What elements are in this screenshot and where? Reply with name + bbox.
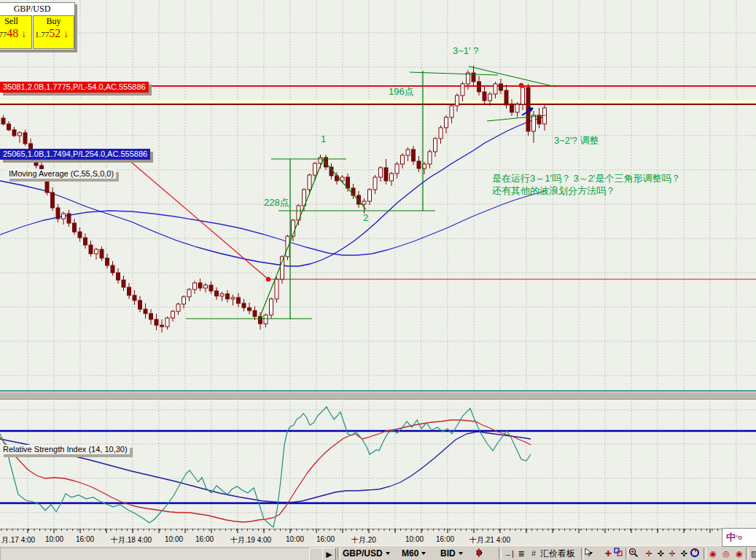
- annotation-196-points: 196点: [389, 85, 414, 98]
- zoom-in-button[interactable]: [628, 548, 640, 559]
- buy-price: 52: [49, 27, 61, 39]
- crosshair-c-icon[interactable]: ✛: [666, 548, 678, 559]
- sell-price-prefix: 1.77: [0, 30, 7, 39]
- chevron-down-icon: [386, 552, 390, 555]
- period-dot-3-icon[interactable]: ◉: [733, 548, 745, 559]
- annotation-question-2: 还有其他的波浪划分方法吗？: [492, 184, 615, 198]
- sell-price: 48: [7, 27, 18, 39]
- chart-style-dropdown[interactable]: [475, 548, 483, 559]
- ma-indicator-label[interactable]: IMoving Average (C,55,S,0,0): [7, 169, 116, 179]
- buy-price-prefix: 1.77: [35, 30, 49, 39]
- rsi-signal-line: [0, 420, 531, 522]
- bottom-toolbar: ▶ GBP/USD M60 BID →|≣# 汇价看板 ✚ ✛✜✛✜ ◉◎◉: [0, 545, 756, 560]
- bar-style-icon[interactable]: ≣: [515, 548, 527, 559]
- ma-fast-line: [0, 116, 547, 266]
- rsi-main-line: [0, 407, 531, 527]
- price-band: [0, 100, 756, 104]
- annotation-wave-correction: 3~2'? 调整: [554, 134, 599, 147]
- period-dot-2-icon[interactable]: ◎: [720, 548, 732, 559]
- buy-button[interactable]: Buy 1.7752 ↓: [33, 15, 74, 49]
- crosshair-pin-button[interactable]: ✚: [602, 548, 614, 559]
- price-mode-dropdown[interactable]: BID: [440, 548, 463, 559]
- circular-arrow-icon: [690, 548, 700, 558]
- sell-label: Sell: [0, 16, 31, 27]
- step-to-end-icon[interactable]: →|: [503, 548, 515, 559]
- floating-mini-panel[interactable]: 中°o: [722, 528, 756, 547]
- symbol-dropdown[interactable]: GBP/USD: [343, 548, 390, 559]
- mini-panel-glyph: 中: [726, 531, 736, 544]
- annotation-228-points: 228点: [264, 196, 289, 209]
- mini-panel-sup: °o: [736, 534, 742, 541]
- buy-arrow-down-icon: ↓: [63, 28, 69, 39]
- order-marker-dot: [519, 83, 523, 88]
- annotation-wave-2: 2: [363, 212, 368, 223]
- annotation-question-1: 是在运行3～1'吗？ 3～2'是个三角形调整吗？: [492, 172, 681, 185]
- chevron-down-icon: [421, 552, 426, 555]
- sell-arrow-down-icon: ↓: [21, 28, 26, 39]
- candle-icon: [475, 548, 483, 558]
- period-dropdown[interactable]: M60: [402, 548, 426, 559]
- quote-panel: GBP/USD Sell 1.7748 ↓ Buy 1.7752 ↓: [0, 2, 75, 50]
- chart-window: 月.17 4:0010:0016:00十月.18 4:0010:0016:00十…: [0, 0, 756, 560]
- scroll-right-button[interactable]: ▶: [322, 548, 336, 560]
- quote-symbol: GBP/USD: [0, 3, 74, 15]
- green-annotation-line: [323, 160, 366, 209]
- crosshair-a-icon[interactable]: ✛: [643, 548, 655, 559]
- windows-icon: [614, 548, 623, 556]
- buy-order-label[interactable]: 25065,1.0B,1.7494,P/L254.0,AC.555886: [0, 149, 150, 160]
- red-trend-line: [122, 155, 268, 279]
- clipped-toolbar-icon[interactable]: ▨: [749, 548, 756, 559]
- annotation-wave-1: 1: [321, 133, 326, 144]
- crosshair-d-icon[interactable]: ✜: [678, 548, 690, 559]
- period-dot-1-icon[interactable]: ◉: [707, 548, 719, 559]
- crosshair-b-icon[interactable]: ✜: [655, 548, 666, 559]
- h-scrollbar-track[interactable]: [0, 548, 311, 560]
- chevron-down-icon: [459, 552, 463, 555]
- rsi-indicator-label[interactable]: Relative Strength Index (14, 10,30): [1, 445, 130, 454]
- rsi-slow-line: [0, 432, 531, 502]
- magnifier-plus-icon: [628, 548, 639, 558]
- annotation-wave-top: 3~1' ?: [453, 45, 478, 56]
- sell-order-label[interactable]: 35081,2.0B,1.7775,P/L-54.0,AC.555886: [0, 82, 149, 93]
- cursor-tool-button[interactable]: [584, 548, 596, 559]
- grid-toggle-icon[interactable]: #: [528, 548, 539, 559]
- link-windows-button[interactable]: [614, 548, 626, 559]
- sell-button[interactable]: Sell 1.7748 ↓: [0, 15, 32, 49]
- buy-label: Buy: [34, 16, 74, 27]
- h-scrollbar-thumb[interactable]: [309, 548, 323, 560]
- green-annotation-line: [469, 66, 556, 87]
- auto-refresh-button[interactable]: [690, 548, 701, 559]
- order-marker-dot: [266, 277, 270, 281]
- price-board-button[interactable]: 汇价看板: [540, 548, 575, 559]
- cursor-arrow-icon: [584, 548, 593, 556]
